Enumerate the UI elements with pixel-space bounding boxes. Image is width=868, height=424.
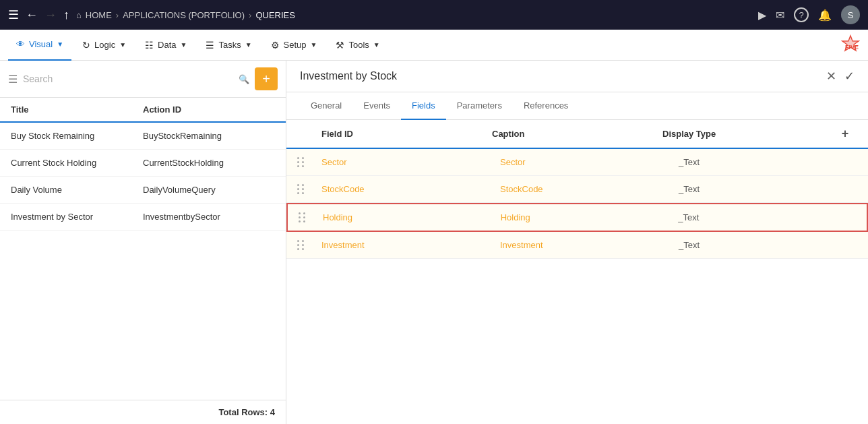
breadcrumb-queries[interactable]: QUERIES [255,10,295,20]
logic-icon: ↻ [82,40,90,51]
field-row[interactable]: Investment Investment _Text [286,232,868,259]
tasks-icon: ☰ [206,40,214,51]
confirm-icon[interactable]: ✓ [844,69,855,84]
breadcrumb: ⌂ HOME › APPLICATIONS (PORTFOLIO) › QUER… [76,10,295,20]
nav-data[interactable]: ☷ Data ▼ [137,30,195,61]
drag-handle-icon [297,184,321,194]
breadcrumb-chevron-1: › [116,10,119,20]
caption-value: StockCode [500,184,679,194]
row-title: Daily Volume [11,185,143,195]
field-id-value: Investment [321,240,500,250]
data-icon: ☷ [145,40,154,51]
nav-tools-label: Tools [348,40,369,50]
nav-logic-label: Logic [94,40,115,50]
chat-icon[interactable]: ✉ [776,9,784,22]
eye-icon: 👁 [16,39,25,49]
breadcrumb-applications[interactable]: APPLICATIONS (PORTFOLIO) [123,10,245,20]
tab-references[interactable]: References [513,92,579,120]
field-id-value: Holding [323,212,501,222]
top-nav-actions: ▶ ✉ ? 🔔 S [758,5,860,24]
drag-handle-icon [297,240,321,250]
data-caret-icon: ▼ [181,41,187,49]
tab-general[interactable]: General [300,92,352,120]
play-icon[interactable]: ▶ [758,9,766,22]
row-title: Investment by Sector [11,212,143,222]
detail-title: Investment by Stock [300,70,826,82]
caption-column-header: Caption [492,129,662,139]
fields-table: Field ID Caption Display Type + Sector S… [286,120,868,424]
row-action-id: InvestmentbySector [143,212,275,222]
tools-caret-icon: ▼ [373,41,380,49]
logic-caret-icon: ▼ [119,41,126,49]
field-row[interactable]: Sector Sector _Text [286,149,868,176]
top-navigation: ☰ ← → ↑ ⌂ HOME › APPLICATIONS (PORTFOLIO… [0,0,868,30]
tab-fields[interactable]: Fields [401,92,446,120]
home-icon: ⌂ [76,10,82,20]
display-type-value: _Text [679,240,857,250]
sidebar: ☰ 🔍 + Title Action ID Buy Stock Remainin… [0,61,286,424]
row-title: Current Stock Holding [11,158,143,168]
caption-value: Investment [500,240,679,250]
table-row[interactable]: Current Stock Holding CurrentStockHoldin… [0,150,286,177]
add-field-button[interactable]: + [833,127,857,141]
caption-value: Sector [500,157,679,167]
drag-handle-icon [299,212,323,222]
notifications-icon[interactable]: 🔔 [818,9,832,22]
display-type-column-header: Display Type [662,129,833,139]
detail-panel: Investment by Stock ✕ ✓ General Events F… [286,61,868,424]
field-id-column-header: Field ID [321,129,492,139]
back-icon[interactable]: ← [26,8,38,22]
row-action-id: BuyStockRemaining [143,131,275,141]
secondary-navigation: 👁 Visual ▼ ↻ Logic ▼ ☷ Data ▼ ☰ Tasks ▼ … [0,30,868,61]
total-rows-label: Total Rows: 4 [0,400,286,424]
drag-handle-icon [297,157,321,167]
visual-caret-icon: ▼ [57,40,63,48]
detail-header: Investment by Stock ✕ ✓ [286,61,868,92]
sidebar-rows: Buy Stock Remaining BuyStockRemaining Cu… [0,123,286,400]
field-id-value: Sector [321,157,500,167]
forward-icon[interactable]: → [44,8,57,22]
help-icon[interactable]: ? [794,7,809,22]
user-avatar[interactable]: S [841,5,860,24]
five-logo: FIVE [841,34,860,55]
nav-tasks-label: Tasks [218,40,241,50]
tools-icon: ⚒ [336,40,344,51]
nav-logic[interactable]: ↻ Logic ▼ [74,30,134,61]
display-type-value: _Text [679,184,857,194]
nav-tools[interactable]: ⚒ Tools ▼ [328,30,388,61]
up-icon[interactable]: ↑ [63,8,69,22]
nav-setup[interactable]: ⚙ Setup ▼ [263,30,326,61]
five-star-icon: FIVE [841,34,860,53]
nav-tasks[interactable]: ☰ Tasks ▼ [197,30,259,61]
tab-events[interactable]: Events [352,92,401,120]
gear-icon: ⚙ [271,40,280,51]
menu-icon[interactable]: ☰ [8,7,19,22]
field-row[interactable]: StockCode StockCode _Text [286,176,868,203]
row-action-id: CurrentStockHolding [143,158,275,168]
breadcrumb-chevron-2: › [249,10,251,20]
table-row[interactable]: Buy Stock Remaining BuyStockRemaining [0,123,286,150]
add-button[interactable]: + [255,67,278,90]
nav-visual[interactable]: 👁 Visual ▼ [8,30,71,61]
svg-text:FIVE: FIVE [845,44,859,51]
close-icon[interactable]: ✕ [826,69,836,84]
tabs: General Events Fields Parameters Referen… [286,92,868,120]
detail-header-actions: ✕ ✓ [826,69,855,84]
breadcrumb-home[interactable]: HOME [86,10,112,20]
display-type-value: _Text [678,212,856,222]
search-input[interactable] [23,73,233,84]
main-content: ☰ 🔍 + Title Action ID Buy Stock Remainin… [0,61,868,424]
table-row[interactable]: Daily Volume DailyVolumeQuery [0,177,286,204]
sidebar-search-bar: ☰ 🔍 + [0,61,286,98]
action-column-header: Action ID [143,104,275,115]
tab-parameters[interactable]: Parameters [446,92,513,120]
tasks-caret-icon: ▼ [245,41,252,49]
field-row-selected[interactable]: Holding Holding _Text [286,203,868,232]
nav-setup-label: Setup [284,40,307,50]
fields-column-headers: Field ID Caption Display Type + [286,120,868,149]
search-icon[interactable]: 🔍 [239,74,249,84]
display-type-value: _Text [679,157,857,167]
table-row[interactable]: Investment by Sector InvestmentbySector [0,204,286,231]
field-id-value: StockCode [321,184,500,194]
setup-caret-icon: ▼ [311,41,317,49]
